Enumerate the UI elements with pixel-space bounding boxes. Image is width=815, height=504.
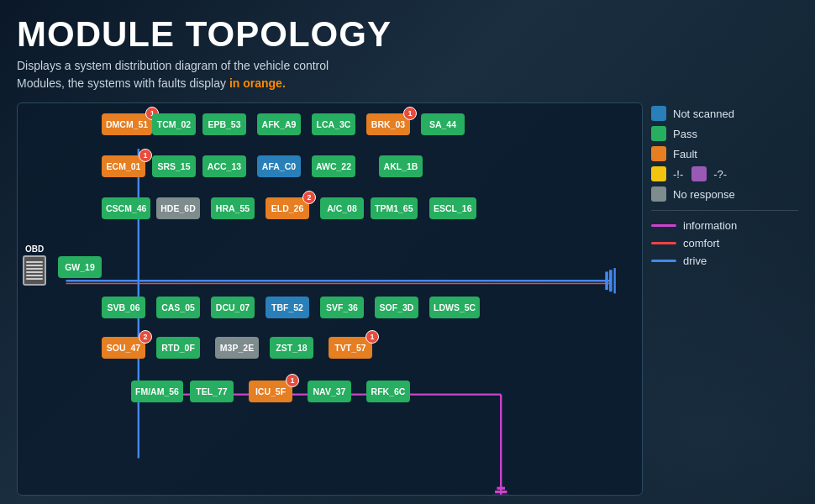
module-AC_08[interactable]: A/C_08: [320, 197, 364, 219]
legend-area: Not scanned Pass Fault -!- -?-: [651, 102, 798, 496]
module-TPM1_65[interactable]: TPM1_65: [371, 197, 418, 219]
legend-drive: drive: [651, 255, 798, 267]
legend-box-pass: [651, 126, 666, 141]
module-TVT_57[interactable]: TVT_571: [329, 337, 372, 359]
module-AWC_22[interactable]: AWC_22: [312, 155, 355, 177]
module-SOF_3D[interactable]: SOF_3D: [375, 297, 418, 318]
legend-label-information: information: [683, 219, 737, 232]
legend-label-pass: Pass: [673, 128, 697, 140]
module-RFK_6C[interactable]: RFK_6C: [366, 381, 410, 402]
legend-line-drive: [651, 260, 676, 262]
module-ZST_18[interactable]: ZST_18: [270, 337, 313, 359]
legend-label-drive: drive: [683, 255, 707, 267]
legend-line-comfort: [651, 242, 676, 244]
legend-fault: Fault: [651, 146, 798, 161]
obd-connector: OBD: [23, 244, 46, 286]
module-GW_19[interactable]: GW_19: [58, 256, 102, 278]
module-SRS_15[interactable]: SRS_15: [152, 155, 196, 177]
legend-box-no-response: [651, 186, 666, 202]
legend-box-fault: [651, 146, 666, 161]
module-LCA_3C[interactable]: LCA_3C: [312, 113, 355, 135]
legend-label-fault: Fault: [673, 148, 697, 160]
module-TBF_52[interactable]: TBF_52: [266, 297, 309, 318]
page-content: MODULE TOPOLOGY Displays a system distri…: [0, 0, 815, 504]
module-AKL_1B[interactable]: AKL_1B: [379, 155, 423, 177]
module-NAV_37[interactable]: NAV_37: [308, 381, 351, 402]
module-SVB_06[interactable]: SVB_06: [102, 297, 145, 318]
module-SVF_36[interactable]: SVF_36: [320, 297, 364, 318]
module-HRA_55[interactable]: HRA_55: [211, 197, 255, 219]
module-ACC_13[interactable]: ACC_13: [202, 155, 246, 177]
legend-not-scanned: Not scanned: [651, 106, 798, 121]
obd-icon: [23, 255, 46, 286]
legend-exclaim: -!-: [651, 166, 683, 181]
module-TCM_02[interactable]: TCM_02: [152, 113, 196, 135]
legend-comfort: comfort: [651, 237, 798, 249]
module-LDWS_5C[interactable]: LDWS_5C: [429, 297, 480, 318]
legend-box-not-scanned: [651, 106, 666, 121]
legend-label-no-response: No response: [673, 188, 735, 201]
module-SA_44[interactable]: SA_44: [421, 113, 465, 135]
module-AFK_A9[interactable]: AFK_A9: [257, 113, 301, 135]
legend-information: information: [651, 219, 798, 232]
legend-label-question: -?-: [713, 168, 727, 181]
obd-label: OBD: [25, 244, 44, 254]
module-M3P_2E[interactable]: M3P_2E: [215, 337, 259, 359]
module-TEL_77[interactable]: TEL_77: [190, 381, 234, 402]
module-ELD_26[interactable]: ELD_262: [266, 197, 309, 219]
main-area: OBD DMCM_511 TCM_02 EPB_53 AFK_A9 LCA_3C…: [17, 102, 798, 496]
legend-box-question: [691, 166, 707, 181]
legend-question: -?-: [691, 166, 727, 181]
legend-line-information: [651, 224, 676, 227]
module-ICU_5F[interactable]: ICU_5F1: [249, 381, 292, 402]
module-DMCM_51[interactable]: DMCM_511: [102, 113, 152, 135]
module-CAS_05[interactable]: CAS_05: [156, 297, 200, 318]
legend-box-exclaim: [651, 166, 666, 181]
module-FMAM_56[interactable]: FM/AM_56: [131, 381, 183, 402]
module-EPB_53[interactable]: EPB_53: [202, 113, 246, 135]
module-RTD_0F[interactable]: RTD_0F: [156, 337, 200, 359]
legend-label-not-scanned: Not scanned: [673, 108, 734, 120]
module-AFA_C0[interactable]: AFA_C0: [257, 155, 301, 177]
module-SOU_47[interactable]: SOU_472: [102, 337, 145, 359]
module-ESCL_16[interactable]: ESCL_16: [429, 197, 476, 219]
module-BRK_03[interactable]: BRK_031: [366, 113, 410, 135]
legend-label-exclaim: -!-: [673, 168, 683, 181]
module-HDE_6D[interactable]: HDE_6D: [156, 197, 200, 219]
module-DCU_07[interactable]: DCU_07: [211, 297, 255, 318]
page-subtitle: Displays a system distribution diagram o…: [17, 57, 798, 92]
page-title: MODULE TOPOLOGY: [17, 15, 798, 54]
legend-divider-1: [651, 210, 798, 211]
module-ECM_01[interactable]: ECM_011: [102, 155, 145, 177]
legend-no-response: No response: [651, 186, 798, 202]
legend-label-comfort: comfort: [683, 237, 719, 249]
module-CSCM_46[interactable]: CSCM_46: [102, 197, 150, 219]
legend-pass: Pass: [651, 126, 798, 141]
diagram-area: OBD DMCM_511 TCM_02 EPB_53 AFK_A9 LCA_3C…: [17, 102, 643, 496]
